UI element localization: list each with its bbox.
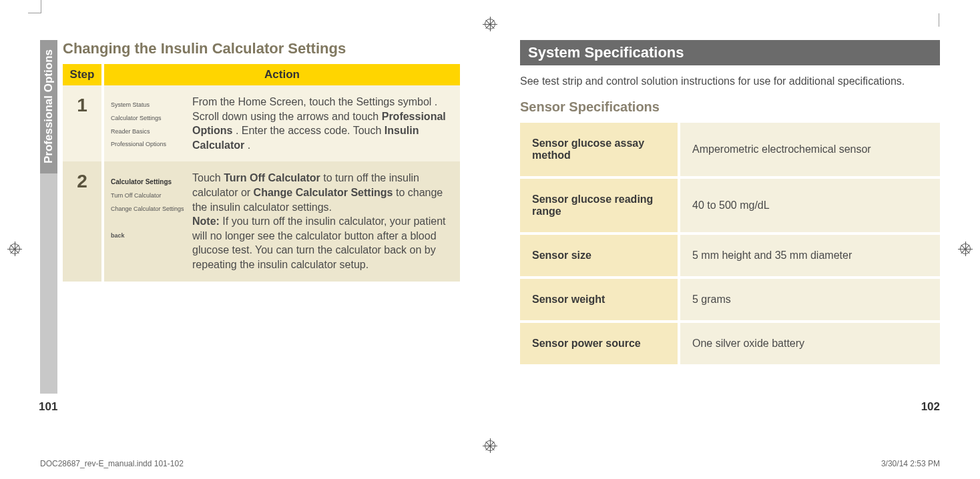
spec-label: Sensor weight: [520, 279, 680, 320]
crop-mark: [28, 0, 41, 13]
table-row: 2 Calculator Settings Turn Off Calculato…: [63, 161, 460, 281]
spec-label: Sensor glucose assay method: [520, 123, 680, 176]
spec-value: 5 grams: [680, 279, 940, 320]
spec-subheading: Sensor Specifications: [520, 99, 940, 115]
footer-date: 3/30/14 2:53 PM: [881, 459, 940, 468]
registration-mark: [960, 244, 971, 254]
spec-table: Sensor glucose assay method Amperometric…: [520, 120, 940, 367]
spec-label: Sensor size: [520, 235, 680, 276]
left-page: Professional Options Changing the Insuli…: [40, 40, 460, 394]
spec-value: Amperometric electrochemical sensor: [680, 123, 940, 176]
spec-value: One silver oxide battery: [680, 323, 940, 364]
spec-label: Sensor glucose reading range: [520, 179, 680, 232]
screen-item: System Status: [111, 99, 184, 112]
table-row: Sensor glucose assay method Amperometric…: [520, 123, 940, 176]
side-label-bar: Professional Options: [40, 40, 57, 394]
screen-back: back: [111, 229, 184, 243]
registration-mark: [9, 244, 20, 254]
table-row: Sensor glucose reading range 40 to 500 m…: [520, 179, 940, 232]
action-text: From the Home Screen, touch the Settings…: [192, 95, 453, 152]
registration-mark: [485, 440, 495, 451]
mock-screen: Calculator Settings Turn Off Calculator …: [111, 171, 184, 242]
table-row: 1 System Status Calculator Settings Read…: [63, 85, 460, 161]
page-number: 101: [39, 400, 57, 414]
footer-doc: DOC28687_rev-E_manual.indd 101-102: [40, 459, 184, 468]
step-number: 2: [63, 161, 103, 281]
col-header-step: Step: [63, 64, 103, 85]
screen-item: Change Calculator Settings: [111, 203, 184, 216]
side-label-text: Professional Options: [40, 40, 57, 173]
spec-label: Sensor power source: [520, 323, 680, 364]
screen-item: Calculator Settings: [111, 112, 184, 125]
screen-heading: Calculator Settings: [111, 175, 184, 189]
screen-item: Reader Basics: [111, 125, 184, 139]
table-row: Sensor size 5 mm height and 35 mm diamet…: [520, 235, 940, 276]
section-title: Changing the Insulin Calculator Settings: [63, 40, 460, 57]
mock-screen: System Status Calculator Settings Reader…: [111, 95, 184, 151]
page-number: 102: [921, 400, 940, 414]
right-page: System Specifications See test strip and…: [500, 40, 940, 394]
screen-item: Professional Options: [111, 138, 184, 151]
table-row: Sensor weight 5 grams: [520, 279, 940, 320]
steps-table: Step Action 1 System Status Calculator S…: [63, 64, 460, 282]
footer: DOC28687_rev-E_manual.indd 101-102 3/30/…: [40, 459, 940, 468]
crop-mark: [939, 13, 952, 27]
spec-heading: System Specifications: [520, 40, 940, 65]
spec-value: 5 mm height and 35 mm diameter: [680, 235, 940, 276]
step-number: 1: [63, 85, 103, 161]
registration-mark: [485, 19, 495, 29]
spec-value: 40 to 500 mg/dL: [680, 179, 940, 232]
col-header-action: Action: [103, 64, 460, 85]
screen-item: Turn Off Calculator: [111, 189, 184, 203]
table-row: Sensor power source One silver oxide bat…: [520, 323, 940, 364]
action-text: Touch Turn Off Calculator to turn off th…: [192, 171, 453, 272]
spec-intro: See test strip and control solution inst…: [520, 75, 940, 89]
